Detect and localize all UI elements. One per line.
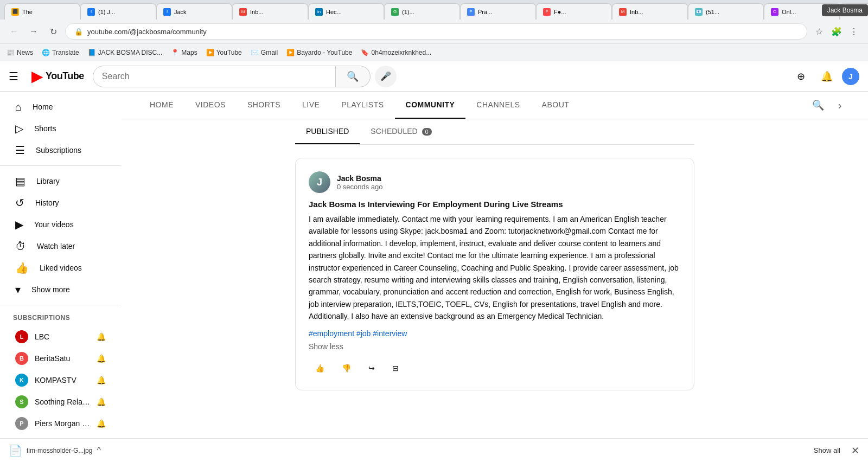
sidebar-label-shorts: Shorts [34,124,56,133]
bookmark-gmail-icon: ✉️ [251,49,259,56]
tab-published[interactable]: PUBLISHED [295,119,360,144]
search-button[interactable]: 🔍 [336,66,371,87]
post-author-avatar: J [309,171,330,193]
sub-item-kompastv[interactable]: K KOMPASTV 🔔 [2,369,119,391]
browser-tab-2[interactable]: f (1) J... [80,3,156,20]
create-icon: ⊕ [797,70,805,82]
bookmark-youtube[interactable]: ▶️ YouTube [206,49,242,56]
bookmark-gmail[interactable]: ✉️ Gmail [251,49,278,56]
channel-nav-videos[interactable]: VIDEOS [184,92,237,119]
library-icon: ▤ [15,175,25,188]
like-icon: 👍 [315,364,324,373]
back-button[interactable]: ← [7,24,22,39]
sidebar-item-liked-videos[interactable]: 👍 Liked videos [2,257,119,279]
shorts-icon: ▷ [15,122,23,135]
channel-nav-search-button[interactable]: 🔍 [807,94,829,116]
browser-tab-5[interactable]: in Hec... [308,3,384,20]
sub-avatar-kompastv: K [15,374,28,387]
voice-search-button[interactable]: 🎤 [375,66,397,87]
tab-icon-10: 📧 [695,8,703,16]
browser-tab-6[interactable]: G (1)... [384,3,460,20]
show-less-button[interactable]: Show less [309,342,681,351]
sidebar-divider-1 [0,165,121,166]
channel-nav-playlists[interactable]: PLAYLISTS [330,92,394,119]
browser-tab-7[interactable]: P Pra... [460,3,536,20]
user-avatar[interactable]: J [842,68,859,85]
tab-icon-11: O [771,8,778,16]
sidebar-item-subscriptions[interactable]: ☰ Subscriptions [2,139,119,161]
extensions-button[interactable]: 🧩 [829,24,844,39]
bookmark-other[interactable]: 🔖 0h4mozeixrknkhed... [361,49,431,56]
sidebar-label-your-videos: Your videos [34,220,74,229]
bookmark-bayardo-icon: ▶️ [286,49,295,56]
dislike-button[interactable]: 👎 [335,360,358,377]
channel-nav-live[interactable]: LIVE [291,92,330,119]
sub-item-soothing[interactable]: S Soothing Relaxation 🔔 [2,391,119,413]
channel-nav-channels[interactable]: CHANNELS [465,92,531,119]
menu-button[interactable]: ⋮ [846,24,861,39]
browser-tab-9[interactable]: M Inb... [612,3,688,20]
sidebar-item-watch-later[interactable]: ⏱ Watch later [2,235,119,257]
download-chevron-icon[interactable]: ^ [97,446,101,455]
tab-published-label: PUBLISHED [306,127,349,136]
youtube-header: ☰ ▶ YouTube 🔍 🎤 ⊕ 🔔 J [0,61,868,92]
sidebar-item-home[interactable]: ⌂ Home [2,96,119,118]
bookmark-news-label: News [17,49,33,56]
post-hashtags[interactable]: #employment #job #interview [309,329,681,338]
tab-scheduled-label: SCHEDULED [371,127,417,136]
bookmark-jackbosma[interactable]: 📘 JACK BOSMA DISC... [88,49,163,56]
like-button[interactable]: 👍 [309,360,331,377]
channel-nav-shorts[interactable]: SHORTS [237,92,291,119]
sub-item-piers[interactable]: P Piers Morgan Unce... 🔔 [2,413,119,434]
channel-nav-arrow[interactable]: › [829,94,851,116]
lock-icon: 🔒 [74,28,83,36]
youtube-logo[interactable]: ▶ YouTube [31,67,84,85]
notifications-button[interactable]: 🔔 [816,66,838,87]
show-all-button[interactable]: Show all [807,443,847,458]
bookmark-maps[interactable]: 📍 Maps [171,49,197,56]
post-timestamp: 0 seconds ago [337,183,383,191]
bookmark-translate[interactable]: 🌐 Translate [42,49,79,56]
sidebar-item-show-more[interactable]: ▾ Show more [2,279,119,300]
bookmark-jackbosma-label: JACK BOSMA DISC... [98,49,163,56]
address-bar[interactable]: 🔒 youtube.com/@jackbosma/community [65,23,807,40]
notification-icon-kompastv: 🔔 [97,376,106,384]
channel-search-icon: 🔍 [812,99,824,111]
bookmark-bayardo-label: Bayardo - YouTube [297,49,352,56]
channel-nav-home[interactable]: HOME [139,92,184,119]
more-actions-button[interactable]: ⊟ [386,360,405,377]
tab-icon-8: F [543,8,551,16]
sidebar-item-your-videos[interactable]: ▶ Your videos [2,214,119,235]
tab-scheduled[interactable]: SCHEDULED 0 [360,119,442,144]
sidebar-item-shorts[interactable]: ▷ Shorts [2,118,119,139]
hamburger-menu[interactable]: ☰ [9,70,18,83]
create-button[interactable]: ⊕ [790,66,812,87]
share-button[interactable]: ↪ [362,360,381,377]
channel-nav-about[interactable]: ABOUT [531,92,580,119]
search-input[interactable] [102,72,327,81]
download-bar-close[interactable]: ✕ [851,445,859,457]
forward-button[interactable]: → [26,24,41,39]
bookmark-bayardo[interactable]: ▶️ Bayardo - YouTube [286,49,352,56]
sub-item-beritasatu[interactable]: B BeritaSatu 🔔 [2,348,119,369]
browser-tab-1[interactable]: ⬛ The [4,3,80,20]
post-author-name: Jack Bosma [337,174,383,183]
browser-chrome: ⬛ The f (1) J... f Jack M Inb... in Hec.… [0,0,868,61]
refresh-button[interactable]: ↻ [46,24,61,39]
browser-tab-8[interactable]: F F●... [536,3,612,20]
sub-item-lbc[interactable]: L LBC 🔔 [2,326,119,348]
tab-icon-3: f [163,8,171,16]
browser-tab-4[interactable]: M Inb... [232,3,308,20]
browser-tab-10[interactable]: 📧 (51... [688,3,764,20]
mic-icon: 🎤 [380,71,391,81]
sidebar-item-library[interactable]: ▤ Library [2,170,119,192]
sidebar-item-history[interactable]: ↺ History [2,192,119,214]
bookmark-news[interactable]: 📰 News [7,49,33,56]
channel-nav-community[interactable]: COMMUNITY [395,92,466,119]
browser-tabs: ⬛ The f (1) J... f Jack M Inb... in Hec.… [0,0,868,20]
subscriptions-section-title: SUBSCRIPTIONS [0,310,121,326]
browser-tab-3[interactable]: f Jack [156,3,232,20]
bookmark-button[interactable]: ☆ [812,24,827,39]
notification-icon-beritasatu: 🔔 [97,354,106,363]
sub-name-kompastv: KOMPASTV [35,376,90,384]
